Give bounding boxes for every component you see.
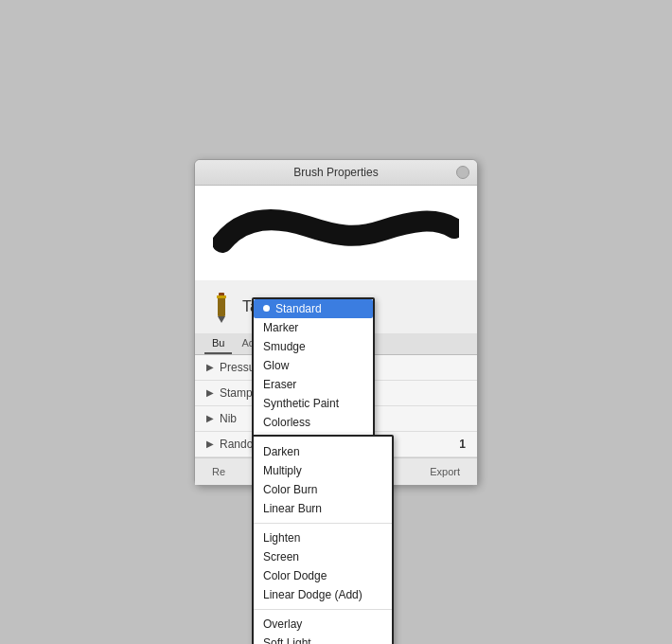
selected-dot <box>263 305 270 312</box>
random-arrow-icon: ▶ <box>206 438 214 449</box>
blend-group-lighten: Lighten Screen Color Dodge Linear Dodge … <box>254 527 392 606</box>
brush-icon <box>210 290 233 324</box>
blend-item-screen[interactable]: Screen <box>254 547 392 566</box>
blend-item-linear-burn[interactable]: Linear Burn <box>254 499 392 518</box>
title-bar: Brush Properties <box>195 160 477 186</box>
tab-basic[interactable]: Bu <box>204 333 232 354</box>
blend-item-linear-dodge[interactable]: Linear Dodge (Add) <box>254 585 392 604</box>
blend-divider-1 <box>254 523 392 524</box>
blend-item-color-burn[interactable]: Color Burn <box>254 480 392 499</box>
dropdown-item-marker[interactable]: Marker <box>254 318 373 337</box>
blend-item-multiply[interactable]: Multiply <box>254 461 392 480</box>
blend-group-darken: Darken Multiply Color Burn Linear Burn <box>254 440 392 520</box>
blend-item-color-dodge[interactable]: Color Dodge <box>254 566 392 585</box>
stamp-arrow-icon: ▶ <box>206 387 214 398</box>
blend-mode-dropdown[interactable]: Darken Multiply Color Burn Linear Burn L… <box>252 435 394 645</box>
svg-rect-3 <box>217 295 226 298</box>
brush-preview-area <box>195 186 477 280</box>
nib-arrow-icon: ▶ <box>206 413 214 423</box>
dropdown-item-colorless[interactable]: Colorless <box>254 413 373 432</box>
blend-item-lighten[interactable]: Lighten <box>254 528 392 547</box>
dropdown-item-glow[interactable]: Glow <box>254 356 373 375</box>
blend-divider-2 <box>254 609 392 610</box>
blend-item-darken[interactable]: Darken <box>254 442 392 461</box>
reset-button[interactable]: Re <box>206 464 231 479</box>
brush-properties-window: Brush Properties Tattoo Inker copy Stand… <box>194 159 478 486</box>
pressure-arrow-icon: ▶ <box>206 362 214 372</box>
svg-marker-2 <box>218 316 225 323</box>
export-button[interactable]: Export <box>424 464 466 479</box>
blend-item-soft-light[interactable]: Soft Light <box>254 634 392 645</box>
window-title: Brush Properties <box>293 166 378 179</box>
close-button[interactable] <box>456 166 469 179</box>
brush-type-dropdown[interactable]: Standard Marker Smudge Glow Eraser Synth… <box>252 297 375 453</box>
blend-group-overlay: Overlay Soft Light Hard Light <box>254 613 392 645</box>
dropdown-item-eraser[interactable]: Eraser <box>254 375 373 394</box>
random-value: 1 <box>459 438 466 451</box>
dropdown-item-synthetic-paint[interactable]: Synthetic Paint <box>254 394 373 413</box>
svg-rect-1 <box>218 295 225 316</box>
blend-item-overlay[interactable]: Overlay <box>254 615 392 634</box>
dropdown-item-standard[interactable]: Standard <box>254 299 373 318</box>
dropdown-item-smudge[interactable]: Smudge <box>254 337 373 356</box>
brush-stroke-svg <box>213 209 459 257</box>
